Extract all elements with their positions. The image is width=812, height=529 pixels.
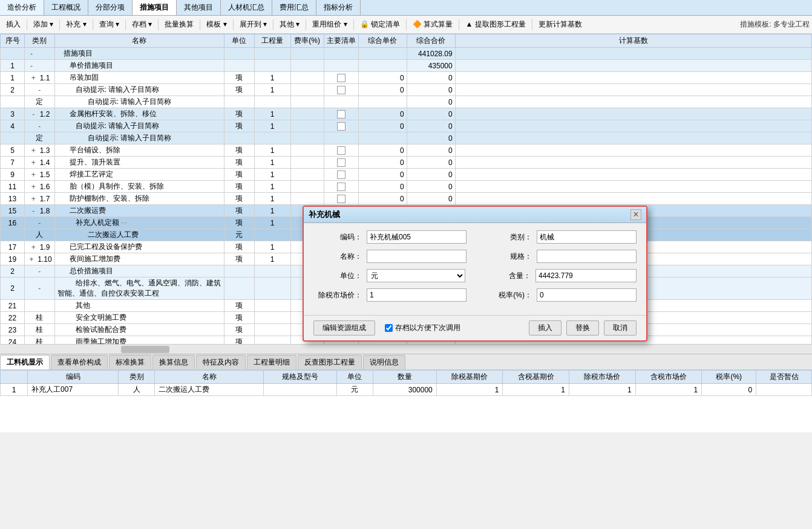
edit-resource-btn[interactable]: 编辑资源组成	[313, 320, 375, 336]
col-unit: 单位	[224, 34, 254, 48]
checkbox[interactable]	[337, 74, 345, 82]
bottom-data: 编码 类别 名称 规格及型号 单位 数量 除税基期价 含税基期价 除税市场价 含…	[0, 369, 812, 432]
extract-btn[interactable]: ▲ 提取图形工程量	[462, 18, 529, 31]
tab-gongchengliang-mingxi[interactable]: 工程量明细	[247, 355, 296, 369]
expand-icon[interactable]: -	[29, 110, 38, 118]
expand-icon[interactable]: +	[29, 183, 38, 191]
add-btn[interactable]: 添加 ▾	[30, 18, 57, 31]
tab-gongliaoji[interactable]: 工料机显示	[0, 355, 50, 369]
checkbox[interactable]	[337, 195, 345, 203]
top-nav: 造价分析 工程概况 分部分项 措施项目 其他项目 人材机汇总 费用汇总 指标分析	[0, 0, 812, 16]
formula-btn[interactable]: 🔶 算式算量	[409, 18, 456, 31]
bcol-exbase: 除税基期价	[436, 371, 503, 384]
table-row[interactable]: 3 - 1.2 金属抱杆安装、拆除、移位 项 1 0 0	[1, 108, 812, 120]
table-row[interactable]: 4 - 自动提示: 请输入子目简称 项 1 0 0	[1, 120, 812, 132]
tab-rencaiji-huizong[interactable]: 人材机汇总	[221, 0, 272, 15]
expand-icon[interactable]: -	[35, 267, 44, 276]
expand-icon[interactable]: -	[35, 86, 44, 94]
spec-input[interactable]	[537, 250, 637, 263]
save-checkbox[interactable]	[385, 324, 393, 332]
insert-btn-modal[interactable]: 插入	[529, 320, 562, 336]
tab-shuoming-xinxi[interactable]: 说明信息	[363, 355, 405, 369]
table-row[interactable]: 11 + 1.6 胎（模）具制作、安装、拆除 项 1 0 0	[1, 181, 812, 193]
expand-icon[interactable]: -	[35, 284, 44, 293]
supplement-btn[interactable]: 补充 ▾	[62, 18, 90, 31]
bcol-inmarket: 含税市场价	[635, 371, 702, 384]
expand-icon[interactable]: -	[35, 219, 44, 227]
expand-icon[interactable]: -	[35, 122, 44, 131]
tab-tezheng-neirong[interactable]: 特征及内容	[196, 355, 246, 369]
expand-btn[interactable]: 展开到 ▾	[236, 18, 270, 31]
checkbox[interactable]	[337, 183, 345, 191]
h-scrollbar[interactable]	[0, 344, 812, 354]
expand-icon[interactable]: -	[27, 50, 36, 58]
checkbox[interactable]	[337, 86, 345, 94]
expand-icon[interactable]: +	[29, 146, 38, 155]
expand-icon[interactable]: +	[29, 243, 38, 252]
replace-btn-modal[interactable]: 替换	[566, 320, 599, 336]
expand-icon[interactable]: +	[27, 255, 36, 264]
bottom-table: 编码 类别 名称 规格及型号 单位 数量 除税基期价 含税基期价 除税市场价 含…	[0, 370, 812, 396]
code-input[interactable]	[367, 230, 467, 244]
table-row[interactable]: 定 自动提示: 请输入子目简称 0	[1, 96, 812, 108]
expand-icon[interactable]: -	[29, 207, 38, 215]
update-base-btn[interactable]: 更新计算基数	[535, 18, 586, 31]
reuse-btn[interactable]: 重用组价 ▾	[309, 18, 350, 31]
tab-qita-xiangmu[interactable]: 其他项目	[177, 0, 221, 15]
cell-cat: -	[25, 48, 55, 60]
toolbar: 插入 添加 ▾ 补充 ▾ 查询 ▾ 存档 ▾ 批量换算 模板 ▾ 展开到 ▾ 其…	[0, 16, 812, 34]
name-input[interactable]	[367, 250, 467, 263]
tab-zaojia-fenxi[interactable]: 造价分析	[0, 0, 44, 15]
expand-icon[interactable]: -	[27, 62, 36, 70]
table-row[interactable]: 1 + 1.1 吊装加固 项 1 0 0	[1, 72, 812, 84]
query-btn[interactable]: 查询 ▾	[96, 18, 123, 31]
table-row[interactable]: 5 + 1.3 平台铺设、拆除 项 1 0 0	[1, 144, 812, 157]
insert-btn[interactable]: 插入	[2, 18, 24, 31]
unit-select[interactable]: 元	[367, 269, 465, 282]
table-row[interactable]: 1 - 单价措施项目 435000	[1, 60, 812, 72]
modal-title: 补充机械	[309, 209, 340, 220]
table-row[interactable]: - 措施项目 441028.09	[1, 48, 812, 60]
lock-btn[interactable]: 🔒 锁定清单	[356, 18, 404, 31]
table-row[interactable]: 定 自动提示: 请输入子目简称 0	[1, 132, 812, 144]
tab-gongcheng-gaikuang[interactable]: 工程概况	[44, 0, 88, 15]
table-row[interactable]: 7 + 1.4 提升、顶升装置 项 1 0 0	[1, 157, 812, 169]
checkbox[interactable]	[337, 146, 345, 155]
cat-input[interactable]	[537, 230, 637, 244]
table-row[interactable]: 9 + 1.5 焊接工艺评定 项 1 0 0	[1, 169, 812, 181]
tab-zhibiao-fenxi[interactable]: 指标分析	[316, 0, 361, 15]
bcol-code: 编码	[28, 371, 119, 384]
tab-cuoshi-xiangmu[interactable]: 措施项目	[133, 0, 177, 15]
col-main: 主要清单	[324, 34, 358, 48]
batch-replace-btn[interactable]: 批量换算	[161, 18, 197, 31]
bottom-table-row[interactable]: 1 补充人工007 人 二次搬运人工费 元 300000 1 1 1 1 0	[1, 384, 812, 396]
expand-icon[interactable]: +	[29, 74, 38, 82]
tax-input[interactable]	[537, 288, 637, 302]
modal-close-btn[interactable]: ×	[630, 209, 641, 220]
expand-icon[interactable]: +	[29, 195, 38, 203]
h-scroll-thumb[interactable]	[121, 346, 169, 353]
spec-label: 规格：	[483, 252, 532, 262]
expand-icon[interactable]: +	[29, 170, 38, 179]
checkbox[interactable]	[337, 110, 345, 118]
tab-chakan-danjiagoucheng[interactable]: 查看单价构成	[51, 355, 108, 369]
content-input[interactable]	[535, 269, 637, 282]
template-btn[interactable]: 模板 ▾	[203, 18, 230, 31]
other-btn[interactable]: 其他 ▾	[276, 18, 303, 31]
sep6	[200, 19, 200, 30]
tab-fenbu-fenxiang[interactable]: 分部分项	[88, 0, 133, 15]
tab-feiyong-huizong[interactable]: 费用汇总	[272, 0, 316, 15]
archive-btn[interactable]: 存档 ▾	[128, 18, 156, 31]
tab-biaozhun-huansuan[interactable]: 标准换算	[109, 355, 151, 369]
cell-totalprice: 441028.09	[407, 48, 455, 60]
price-input[interactable]	[367, 288, 467, 302]
table-row[interactable]: 13 + 1.7 防护棚制作、安装、拆除 项 1 0 0	[1, 193, 812, 205]
expand-icon[interactable]: +	[29, 158, 38, 167]
tab-fancha-tuxing[interactable]: 反查图形工程量	[298, 355, 362, 369]
checkbox[interactable]	[337, 158, 345, 167]
cancel-btn-modal[interactable]: 取消	[604, 320, 637, 336]
table-row[interactable]: 2 - 自动提示: 请输入子目简称 项 1 0 0	[1, 84, 812, 96]
checkbox[interactable]	[337, 122, 345, 131]
checkbox[interactable]	[337, 170, 345, 179]
tab-huansuan-xinxi[interactable]: 换算信息	[152, 355, 195, 369]
